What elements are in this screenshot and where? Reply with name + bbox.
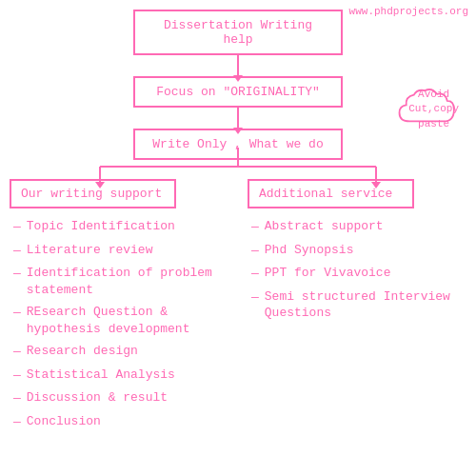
dash-icon: — [13, 414, 21, 431]
list-item-text: Abstract support [265, 218, 384, 235]
dash-icon: — [13, 367, 21, 385]
list-item-text: Identification of problem statement [27, 265, 228, 298]
left-column: Our writing support —Topic Identificatio… [0, 179, 238, 436]
cloud-text: AvoidCut,copypaste [408, 88, 459, 131]
arrow-2 [237, 108, 239, 129]
left-list: —Topic Identification—Literature review—… [10, 218, 228, 430]
box-dissertation: Dissertation Writing help [133, 10, 343, 55]
list-item: —REsearch Question & hypothesis developm… [10, 304, 228, 337]
dash-icon: — [251, 266, 259, 283]
list-item: —PPT for Vivavoice [248, 265, 466, 283]
right-column-header: Additional service [248, 179, 414, 208]
dash-icon: — [13, 390, 21, 407]
left-column-header: Our writing support [10, 179, 176, 208]
list-item-text: Research design [27, 343, 138, 360]
list-item: —Research design [10, 343, 228, 361]
watermark: www.phdprojects.org [349, 6, 468, 17]
dash-icon: — [251, 289, 259, 307]
list-item-text: Discussion & result [27, 389, 168, 407]
arrow-1 [237, 55, 239, 76]
list-item: —Identification of problem statement [10, 265, 228, 298]
list-item-text: PPT for Vivavoice [265, 265, 391, 282]
right-column: Additional service —Abstract support—Phd… [238, 179, 476, 436]
list-item: —Conclusion [10, 413, 228, 431]
list-item-text: REsearch Question & hypothesis developme… [27, 304, 190, 337]
dash-icon: — [251, 243, 259, 260]
list-item-text: Conclusion [27, 413, 101, 430]
list-item: —Discussion & result [10, 389, 228, 407]
flowchart: Dissertation Writing help Focus on "ORIG… [114, 10, 362, 160]
list-item-text: Statistical Analysis [27, 367, 175, 384]
list-item-text: Literature review [27, 242, 153, 259]
list-item-text: Semi structured Interview Questions [265, 288, 450, 322]
dash-icon: — [13, 219, 21, 236]
list-item-text: Phd Synopsis [265, 242, 354, 259]
columns-section: Our writing support —Topic Identificatio… [0, 179, 476, 436]
list-item: —Statistical Analysis [10, 367, 228, 385]
dash-icon: — [13, 243, 21, 260]
right-list: —Abstract support—Phd Synopsis—PPT for V… [248, 218, 466, 322]
list-item: —Topic Identification [10, 218, 228, 236]
list-item-text: Topic Identification [27, 218, 175, 235]
list-item: —Phd Synopsis [248, 242, 466, 260]
dash-icon: — [13, 266, 21, 283]
dash-icon: — [13, 344, 21, 361]
list-item: —Abstract support [248, 218, 466, 236]
list-item: —Semi structured Interview Questions [248, 288, 466, 322]
dash-icon: — [13, 305, 21, 322]
list-item: —Literature review [10, 242, 228, 260]
dash-icon: — [251, 219, 259, 236]
